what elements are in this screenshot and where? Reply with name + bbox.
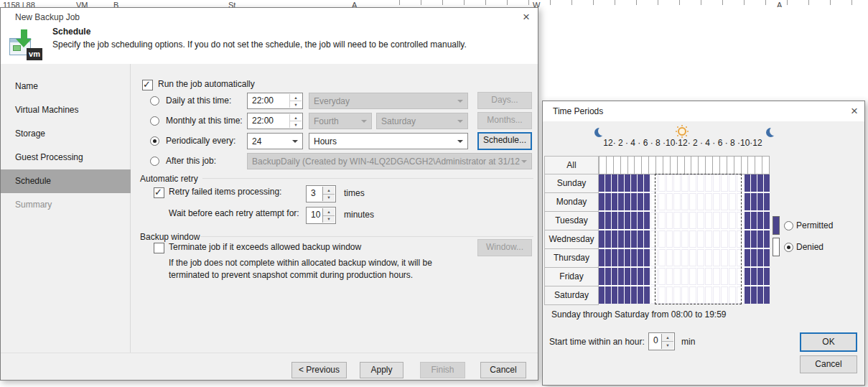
periodically-radio[interactable] — [150, 136, 159, 146]
time-cell[interactable] — [631, 230, 637, 248]
day-button-wednesday[interactable]: Wednesday — [544, 230, 599, 249]
close-icon[interactable]: × — [847, 104, 862, 118]
time-cell[interactable] — [764, 212, 770, 229]
time-cell[interactable] — [745, 193, 750, 210]
sidebar-item-summary[interactable]: Summary — [1, 193, 131, 217]
close-icon[interactable]: × — [519, 10, 533, 24]
time-cell[interactable] — [612, 174, 617, 192]
wait-minutes-stepper[interactable]: 10 ▲▼ — [306, 207, 336, 224]
time-cell[interactable] — [612, 230, 617, 248]
time-cell[interactable] — [638, 230, 643, 248]
time-cell[interactable] — [745, 174, 750, 192]
time-cell[interactable] — [605, 230, 611, 248]
day-button-thursday[interactable]: Thursday — [544, 248, 599, 268]
denied-radio[interactable] — [784, 243, 793, 252]
time-cell[interactable] — [757, 174, 763, 192]
time-cell[interactable] — [605, 249, 611, 266]
time-cell[interactable] — [625, 212, 630, 229]
hour-column-button[interactable] — [762, 157, 769, 174]
time-cell[interactable] — [618, 174, 624, 192]
permitted-radio[interactable] — [784, 221, 793, 230]
hour-column-button[interactable] — [720, 157, 727, 174]
after-job-select[interactable]: BackupDaily (Created by WIN-4LQ2DGACGH2\… — [247, 153, 532, 169]
time-cell[interactable] — [764, 230, 770, 248]
time-cell[interactable] — [751, 286, 757, 304]
time-cell[interactable] — [638, 286, 643, 304]
daily-period-select[interactable]: Everyday — [309, 93, 468, 109]
time-cell[interactable] — [638, 249, 643, 266]
hour-column-button[interactable] — [713, 157, 720, 174]
time-cell[interactable] — [605, 174, 611, 192]
time-cell[interactable] — [612, 286, 617, 304]
time-cell[interactable] — [605, 193, 611, 210]
time-cell[interactable] — [618, 193, 624, 210]
retry-checkbox[interactable] — [154, 187, 164, 198]
monthly-week-select[interactable]: Fourth — [309, 113, 372, 129]
finish-button[interactable]: Finish — [420, 362, 465, 378]
time-cell[interactable] — [618, 230, 624, 248]
time-cell[interactable] — [757, 268, 763, 285]
hour-column-button[interactable] — [671, 157, 678, 174]
time-cell[interactable] — [612, 193, 617, 210]
time-cell[interactable] — [625, 268, 630, 285]
hour-column-button[interactable] — [755, 157, 762, 174]
time-cell[interactable] — [644, 212, 650, 229]
time-cell[interactable] — [612, 249, 617, 266]
time-cell[interactable] — [599, 286, 605, 304]
hour-column-button[interactable] — [607, 157, 614, 174]
daily-time-spinner[interactable]: ▲▼ — [289, 94, 302, 108]
start-time-stepper[interactable]: 0 ▲▼ — [648, 332, 675, 350]
time-cell[interactable] — [599, 174, 605, 192]
time-cell[interactable] — [625, 249, 630, 266]
ok-button[interactable]: OK — [800, 332, 857, 352]
time-cell[interactable] — [618, 212, 624, 229]
time-cell[interactable] — [605, 212, 611, 229]
time-cell[interactable] — [751, 249, 757, 266]
time-cell[interactable] — [599, 193, 605, 210]
time-cell[interactable] — [757, 193, 763, 210]
window-button[interactable]: Window... — [477, 239, 532, 256]
time-cell[interactable] — [599, 212, 605, 229]
time-cell[interactable] — [631, 249, 637, 266]
hour-column-button[interactable] — [742, 157, 749, 174]
time-cell[interactable] — [625, 230, 630, 248]
hour-column-button[interactable] — [642, 157, 649, 174]
time-cell[interactable] — [751, 230, 757, 248]
all-button[interactable]: All — [544, 156, 599, 174]
hour-column-button[interactable] — [691, 157, 699, 174]
monthly-weekday-select[interactable]: Saturday — [376, 113, 468, 129]
daily-radio[interactable] — [150, 96, 159, 106]
day-button-saturday[interactable]: Saturday — [544, 286, 599, 305]
after-job-radio[interactable] — [150, 157, 159, 166]
sidebar-item-name[interactable]: Name — [1, 75, 131, 98]
tp-cancel-button[interactable]: Cancel — [800, 355, 857, 373]
time-cell[interactable] — [631, 193, 637, 210]
wait-minutes-spinner[interactable]: ▲▼ — [322, 208, 335, 223]
time-cell[interactable] — [618, 249, 624, 266]
time-cell[interactable] — [644, 249, 650, 266]
time-cell[interactable] — [631, 268, 637, 285]
hour-column-button[interactable] — [621, 157, 628, 174]
time-cell[interactable] — [745, 249, 750, 266]
sidebar-item-storage[interactable]: Storage — [1, 122, 131, 146]
day-button-sunday[interactable]: Sunday — [544, 174, 599, 193]
time-cell[interactable] — [764, 268, 770, 285]
sidebar-item-virtual-machines[interactable]: Virtual Machines — [1, 98, 131, 122]
time-cell[interactable] — [644, 286, 650, 304]
hour-column-button[interactable] — [614, 157, 621, 174]
time-cell[interactable] — [745, 230, 750, 248]
hour-column-button[interactable] — [628, 157, 635, 174]
monthly-time-input[interactable]: 22:00 ▲▼ — [247, 113, 303, 129]
retry-count-stepper[interactable]: 3 ▲▼ — [306, 185, 336, 202]
periodically-unit-select[interactable]: Hours — [309, 133, 468, 149]
time-cell[interactable] — [612, 268, 617, 285]
time-cell[interactable] — [599, 268, 605, 285]
apply-button[interactable]: Apply — [360, 362, 403, 378]
time-cell[interactable] — [764, 174, 770, 192]
time-cell[interactable] — [764, 249, 770, 266]
time-cell[interactable] — [644, 230, 650, 248]
hour-column-button[interactable] — [663, 157, 671, 174]
day-button-friday[interactable]: Friday — [544, 267, 599, 286]
time-cell[interactable] — [618, 268, 624, 285]
time-cell[interactable] — [638, 174, 643, 192]
